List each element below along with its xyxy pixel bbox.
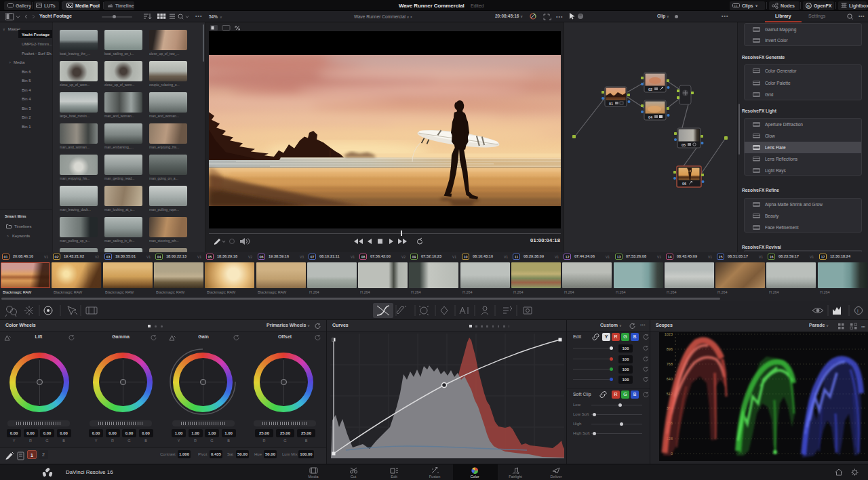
svg-text:02: 02 [648,87,652,92]
svg-text:896: 896 [667,347,673,351]
svg-text:06: 06 [682,182,686,186]
svg-text:•••: ••• [861,324,865,329]
svg-text:•••: ••• [556,14,563,19]
svg-text:05: 05 [682,143,686,147]
svg-text:fx: fx [807,3,810,7]
svg-text:1:1: 1:1 [734,4,738,7]
svg-text:04: 04 [648,115,653,119]
svg-text:01: 01 [609,102,613,106]
svg-text:1023: 1023 [665,332,673,336]
svg-text:i: i [857,308,859,314]
svg-text:768: 768 [667,362,673,366]
svg-text:640: 640 [667,377,673,381]
